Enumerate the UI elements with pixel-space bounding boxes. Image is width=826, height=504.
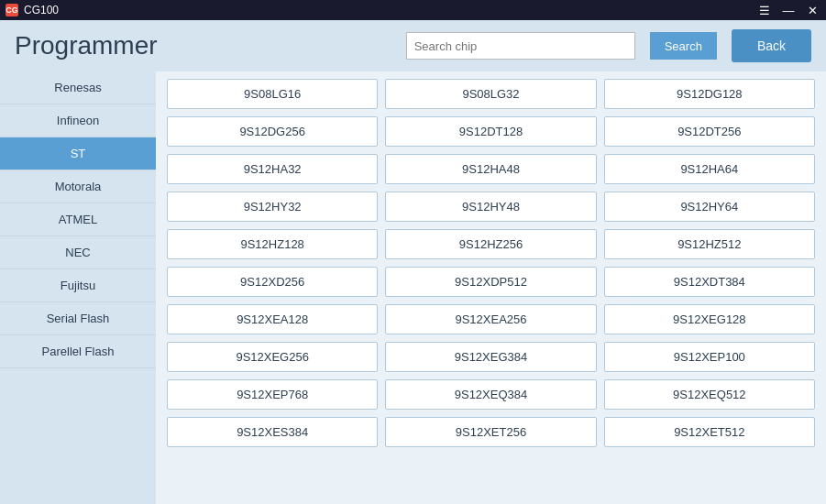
chip-button[interactable]: 9S12XET512: [604, 417, 815, 447]
chip-button[interactable]: 9S12DT256: [604, 116, 815, 147]
sidebar-item-infineon[interactable]: Infineon: [0, 104, 156, 137]
chip-button[interactable]: 9S12HZ512: [604, 229, 815, 259]
chip-button[interactable]: 9S08LG32: [385, 79, 596, 109]
title-bar-controls: ☰ — ✕: [756, 5, 820, 16]
sidebar-item-parellel-flash[interactable]: Parellel Flash: [0, 335, 156, 368]
chip-button[interactable]: 9S12DT128: [385, 116, 596, 147]
sidebar-item-renesas[interactable]: Renesas: [0, 71, 156, 104]
chip-button[interactable]: 9S12HA32: [167, 154, 378, 184]
page-title: Programmer: [15, 31, 158, 60]
chip-button[interactable]: 9S12XEP100: [604, 342, 815, 372]
chip-button[interactable]: 9S12HA48: [385, 154, 596, 184]
sidebar-item-st[interactable]: ST: [0, 137, 156, 170]
chip-button[interactable]: 9S12HY48: [385, 192, 596, 222]
sidebar-item-motorala[interactable]: Motorala: [0, 170, 156, 203]
chip-content: 9S08LG169S08LG329S12DG1289S12DG2569S12DT…: [156, 71, 826, 504]
back-button[interactable]: Back: [732, 29, 811, 62]
chip-button[interactable]: 9S12XET256: [385, 417, 596, 447]
chip-button[interactable]: 9S12XEA256: [385, 304, 596, 334]
chip-button[interactable]: 9S12XEG128: [604, 304, 815, 334]
search-input[interactable]: [406, 32, 635, 60]
chip-button[interactable]: 9S12HZ128: [167, 229, 378, 259]
sidebar-item-fujitsu[interactable]: Fujitsu: [0, 269, 156, 302]
chip-button[interactable]: 9S12XD256: [167, 267, 378, 297]
title-bar: CG CG100 ☰ — ✕: [0, 0, 826, 20]
chip-button[interactable]: 9S12XDP512: [385, 267, 596, 297]
chip-button[interactable]: 9S12HA64: [604, 154, 815, 184]
chip-button[interactable]: 9S12HY64: [604, 192, 815, 222]
main-content: RenesasInfineonSTMotoralaATMELNECFujitsu…: [0, 71, 826, 504]
chip-button[interactable]: 9S12XEG384: [385, 342, 596, 372]
app-icon: CG: [6, 4, 18, 16]
chip-button[interactable]: 9S12XDT384: [604, 267, 815, 297]
app-title: CG100: [24, 4, 59, 16]
close-button[interactable]: ✕: [804, 5, 820, 16]
chip-button[interactable]: 9S12HY32: [167, 192, 378, 222]
chip-button[interactable]: 9S12DG256: [167, 116, 378, 147]
chip-button[interactable]: 9S12XEA128: [167, 304, 378, 334]
chip-button[interactable]: 9S12HZ256: [385, 229, 596, 259]
chip-button[interactable]: 9S08LG16: [167, 79, 378, 109]
chip-button[interactable]: 9S12XEP768: [167, 379, 378, 410]
title-bar-left: CG CG100: [6, 4, 59, 16]
chip-grid: 9S08LG169S08LG329S12DG1289S12DG2569S12DT…: [167, 79, 815, 447]
chip-button[interactable]: 9S12XES384: [167, 417, 378, 447]
sidebar: RenesasInfineonSTMotoralaATMELNECFujitsu…: [0, 71, 156, 504]
chip-button[interactable]: 9S12DG128: [604, 79, 815, 109]
sidebar-item-nec[interactable]: NEC: [0, 236, 156, 269]
header: Programmer Search Back: [0, 20, 826, 71]
chip-button[interactable]: 9S12XEG256: [167, 342, 378, 372]
search-button[interactable]: Search: [650, 32, 717, 60]
sidebar-item-atmel[interactable]: ATMEL: [0, 203, 156, 236]
chip-button[interactable]: 9S12XEQ512: [604, 379, 815, 410]
sidebar-item-serial-flash[interactable]: Serial Flash: [0, 302, 156, 335]
menu-button[interactable]: ☰: [756, 5, 773, 16]
minimize-button[interactable]: —: [780, 5, 797, 16]
chip-button[interactable]: 9S12XEQ384: [385, 379, 596, 410]
